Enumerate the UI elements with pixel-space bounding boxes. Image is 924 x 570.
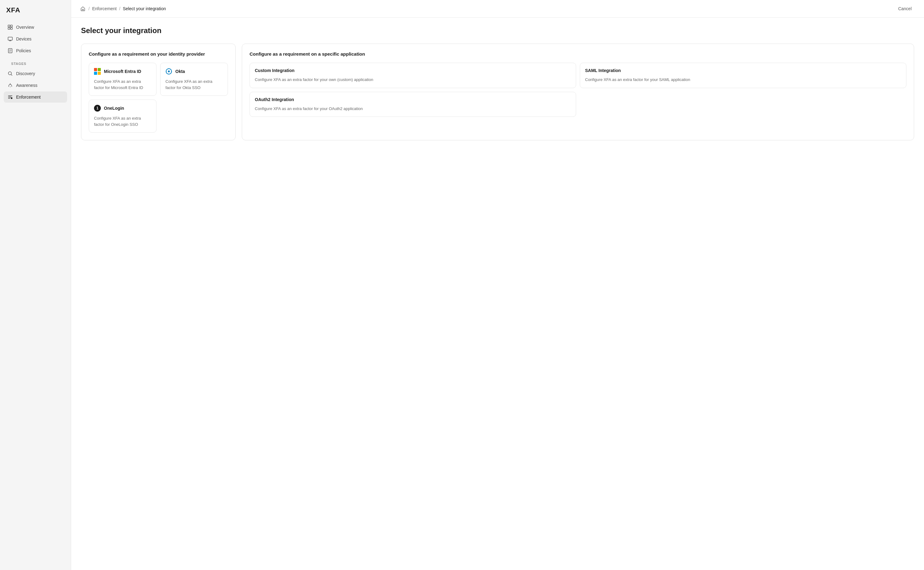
topbar: / Enforcement / Select your integration … xyxy=(71,0,924,18)
okta-name: Okta xyxy=(175,69,185,74)
sidebar-item-discovery-label: Discovery xyxy=(16,71,35,76)
microsoft-entra-header: Microsoft Entra ID xyxy=(94,68,151,75)
custom-integration-desc: Configure XFA as an extra factor for you… xyxy=(255,77,571,83)
identity-provider-section: Configure as a requirement on your ident… xyxy=(81,44,236,140)
breadcrumb-current: Select your integration xyxy=(123,6,166,11)
breadcrumb-separator-1: / xyxy=(89,6,90,11)
identity-provider-grid: Microsoft Entra ID Configure XFA as an e… xyxy=(89,63,228,133)
discovery-icon xyxy=(8,71,13,77)
page-title: Select your integration xyxy=(81,26,914,35)
breadcrumb-parent[interactable]: Enforcement xyxy=(92,6,117,11)
onelogin-desc: Configure XFA as an extra factor for One… xyxy=(94,115,151,127)
microsoft-entra-name: Microsoft Entra ID xyxy=(104,69,141,74)
sidebar-item-overview[interactable]: Overview xyxy=(4,21,67,33)
sidebar-item-policies[interactable]: Policies xyxy=(4,45,67,56)
specific-application-section: Configure as a requirement on a specific… xyxy=(242,44,914,140)
right-section-title: Configure as a requirement on a specific… xyxy=(250,51,906,57)
onelogin-header: 1 OneLogin xyxy=(94,105,151,112)
microsoft-entra-card[interactable]: Microsoft Entra ID Configure XFA as an e… xyxy=(89,63,157,96)
onelogin-name: OneLogin xyxy=(104,106,124,111)
cancel-button[interactable]: Cancel xyxy=(894,4,915,13)
sidebar-item-overview-label: Overview xyxy=(16,25,34,30)
home-icon[interactable] xyxy=(80,6,86,12)
sidebar-item-devices-label: Devices xyxy=(16,37,32,41)
oauth2-integration-header: OAuth2 Integration xyxy=(255,97,571,102)
oauth2-integration-desc: Configure XFA as an extra factor for you… xyxy=(255,106,571,112)
okta-header: Okta xyxy=(166,68,223,75)
specific-application-grid: Custom Integration Configure XFA as an e… xyxy=(250,63,906,117)
okta-desc: Configure XFA as an extra factor for Okt… xyxy=(166,78,223,90)
device-icon xyxy=(8,36,13,42)
svg-rect-3 xyxy=(11,28,12,29)
oauth2-integration-card[interactable]: OAuth2 Integration Configure XFA as an e… xyxy=(250,92,576,117)
svg-rect-1 xyxy=(11,25,12,27)
onelogin-logo: 1 xyxy=(94,105,101,112)
logo: XFA xyxy=(6,6,20,14)
sidebar-item-awareness[interactable]: Awareness xyxy=(4,80,67,91)
sidebar-item-awareness-label: Awareness xyxy=(16,83,37,88)
microsoft-entra-desc: Configure XFA as an extra factor for Mic… xyxy=(94,78,151,90)
saml-integration-desc: Configure XFA as an extra factor for you… xyxy=(585,77,901,83)
custom-integration-header: Custom Integration xyxy=(255,68,571,73)
sidebar-item-discovery[interactable]: Discovery xyxy=(4,68,67,79)
left-section-title: Configure as a requirement on your ident… xyxy=(89,51,228,57)
logo-area: XFA xyxy=(0,0,71,21)
sidebar: XFA Overview Devices xyxy=(0,0,71,570)
onelogin-card[interactable]: 1 OneLogin Configure XFA as an extra fac… xyxy=(89,100,157,133)
svg-rect-0 xyxy=(8,25,10,27)
okta-card[interactable]: Okta Configure XFA as an extra factor fo… xyxy=(160,63,228,96)
okta-logo xyxy=(166,68,172,75)
svg-point-7 xyxy=(10,87,11,87)
sidebar-item-devices[interactable]: Devices xyxy=(4,34,67,44)
custom-integration-card[interactable]: Custom Integration Configure XFA as an e… xyxy=(250,63,576,88)
cards-container: Configure as a requirement on your ident… xyxy=(81,44,914,140)
saml-integration-card[interactable]: SAML Integration Configure XFA as an ext… xyxy=(580,63,906,88)
svg-rect-8 xyxy=(11,97,12,99)
oauth2-integration-name: OAuth2 Integration xyxy=(255,97,294,102)
policy-icon xyxy=(8,48,13,54)
svg-rect-4 xyxy=(8,37,12,40)
sidebar-item-enforcement[interactable]: Enforcement xyxy=(4,92,67,103)
saml-integration-name: SAML Integration xyxy=(585,68,621,73)
sidebar-nav: Overview Devices Policies STAGES xyxy=(0,21,71,103)
sidebar-item-enforcement-label: Enforcement xyxy=(16,95,40,100)
awareness-icon xyxy=(8,83,13,88)
stages-label: STAGES xyxy=(4,57,67,68)
sidebar-item-policies-label: Policies xyxy=(16,48,31,53)
breadcrumb-separator-2: / xyxy=(119,6,120,11)
breadcrumb: / Enforcement / Select your integration xyxy=(80,6,166,12)
svg-rect-2 xyxy=(8,28,10,29)
saml-integration-header: SAML Integration xyxy=(585,68,901,73)
main-content: / Enforcement / Select your integration … xyxy=(71,0,924,570)
microsoft-logo xyxy=(94,68,101,75)
content-area: Select your integration Configure as a r… xyxy=(71,18,924,149)
custom-integration-name: Custom Integration xyxy=(255,68,295,73)
enforcement-icon xyxy=(8,94,13,100)
grid-icon xyxy=(8,25,13,30)
svg-point-18 xyxy=(168,70,170,72)
